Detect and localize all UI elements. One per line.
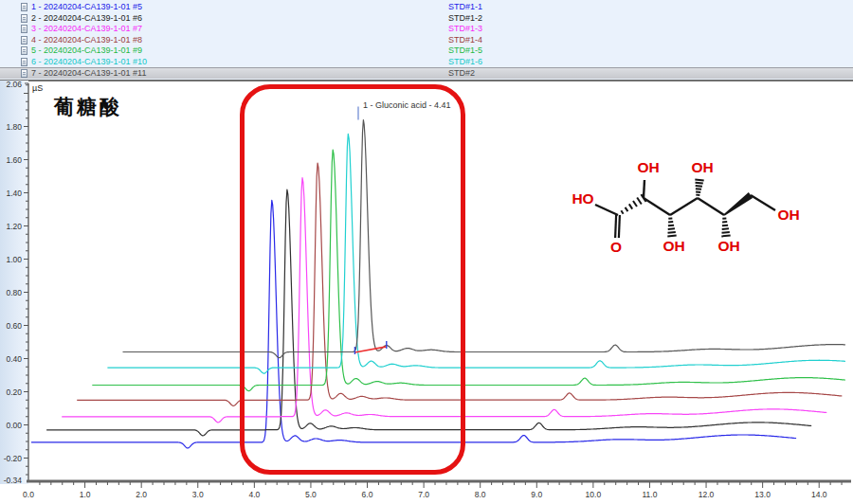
y-tick-label: 0.40 (6, 354, 22, 364)
hash-wedge-dash (722, 225, 728, 226)
bond-line (595, 205, 618, 215)
legend-sample-name: 6 - 20240204-CA139-1-01 #10 (31, 57, 147, 67)
x-tick-label: 11.0 (643, 490, 658, 499)
double-bond-line (619, 215, 620, 238)
legend-row[interactable]: 5 - 20240204-CA139-1-01 #9STD#1-5 (0, 45, 853, 56)
bond-line (644, 180, 644, 198)
legend-sample-name: 2 - 20240204-CA139-1-01 #6 (31, 13, 142, 24)
legend-sample-name: 1 - 20240204-CA139-1-01 #5 (31, 2, 142, 12)
x-tick-label: 1.0 (80, 490, 91, 499)
hash-wedge-dash (621, 210, 623, 213)
x-tick-label: 9.0 (531, 490, 542, 499)
legend-standard-name: STD#1-2 (448, 13, 482, 24)
chromatogram-file-icon (21, 36, 27, 45)
hash-wedge-dash (721, 236, 730, 237)
hash-wedge-dash (696, 186, 702, 187)
hash-wedge-dash (695, 180, 703, 181)
hash-wedge-dash (696, 189, 701, 189)
chromatogram-file-icon (21, 46, 27, 55)
hash-wedge-dash (629, 204, 632, 208)
legend-band: 1 - 20240204-CA139-1-01 #5STD#1-12 - 202… (0, 0, 853, 81)
legend-sample-name: 3 - 20240204-CA139-1-01 #7 (31, 24, 142, 34)
chromatogram-file-icon (21, 58, 27, 66)
x-tick-label: 10.0 (586, 490, 602, 499)
y-tick-label: -0.20 (4, 454, 23, 463)
y-tick-label: 1.00 (6, 255, 22, 264)
bond-line (751, 195, 775, 210)
x-tick-label: 0.0 (23, 490, 34, 499)
atom-label: OH (777, 207, 799, 223)
y-tick-label: 0.60 (6, 321, 22, 331)
legend-row[interactable]: 4 - 20240204-CA139-1-01 #8STD#1-4 (0, 35, 853, 45)
legend-standard-name: STD#1-1 (448, 2, 482, 12)
atom-label: HO (572, 190, 593, 207)
legend-standard-name: STD#1-4 (448, 35, 482, 45)
atom-label: OH (717, 238, 739, 254)
x-tick-label: 3.0 (192, 490, 204, 499)
chromatogram-file-icon (21, 69, 27, 78)
legend-standard-name: STD#1-5 (448, 45, 482, 56)
x-tick-label: 8.0 (475, 490, 486, 499)
y-axis-unit-label: µS (32, 83, 43, 93)
y-extreme-label: 2.06 (6, 81, 22, 89)
chromatogram-file-icon (21, 14, 27, 23)
chromatogram-file-icon (21, 3, 27, 11)
hash-wedge-dash (722, 232, 730, 233)
hash-wedge-dash (668, 228, 675, 229)
x-tick-label: 7.0 (418, 490, 429, 499)
bond-line (644, 198, 670, 215)
y-tick-label: 0.80 (6, 288, 22, 297)
y-tick-label: 1.40 (6, 189, 22, 198)
y-tick-label: 1.80 (6, 122, 22, 132)
atom-label: OH (662, 238, 684, 254)
solid-wedge-bond (724, 192, 753, 216)
legend-row[interactable]: 6 - 20240204-CA139-1-01 #10STD#1-6 (0, 57, 853, 67)
y-tick-label: 0.00 (6, 421, 22, 430)
bond-line (698, 198, 724, 215)
hash-wedge-dash (722, 228, 729, 229)
red-highlight-annotation (240, 84, 465, 475)
legend-standard-name: STD#1-3 (448, 24, 482, 34)
chart-title: 葡糖酸 (54, 94, 122, 120)
legend-row[interactable]: 1 - 20240204-CA139-1-01 #5STD#1-1 (0, 2, 853, 12)
bond-line (670, 198, 698, 215)
x-tick-label: 6.0 (362, 490, 373, 499)
hash-wedge-dash (668, 225, 674, 226)
atom-label: O (610, 239, 622, 255)
atom-label: OH (691, 159, 713, 175)
hash-wedge-dash (667, 236, 676, 237)
legend-standard-name: STD#2 (448, 68, 475, 79)
legend-row[interactable]: 2 - 20240204-CA139-1-01 #6STD#1-2 (0, 13, 853, 24)
x-tick-label: 4.0 (248, 490, 260, 499)
double-bond-line (615, 215, 616, 238)
legend-sample-name: 7 - 20240204-CA139-1-01 #11 (31, 68, 146, 79)
x-tick-label: 13.0 (754, 490, 771, 499)
y-tick-label: 1.20 (6, 222, 22, 231)
y-extreme-label: -0.34 (4, 476, 23, 485)
y-tick-label: 0.20 (6, 387, 22, 397)
gluconic-acid-structure: HOOOHOHOHOHOH (559, 140, 853, 268)
legend-sample-name: 4 - 20240204-CA139-1-01 #8 (31, 35, 142, 45)
chromatography-window: 1 - 20240204-CA139-1-01 #5STD#1-12 - 202… (0, 0, 853, 504)
legend-sample-name: 5 - 20240204-CA139-1-01 #9 (31, 45, 142, 56)
x-tick-label: 5.0 (305, 490, 317, 499)
atom-label: OH (637, 159, 659, 175)
x-tick-label: 14.0 (811, 490, 827, 499)
hash-wedge-dash (633, 201, 637, 207)
x-tick-label: 12.0 (699, 490, 715, 499)
chromatogram-file-icon (21, 25, 27, 33)
legend-standard-name: STD#1-6 (448, 57, 482, 67)
hash-wedge-dash (696, 183, 703, 184)
hash-wedge-dash (668, 232, 676, 233)
hash-wedge-dash (696, 191, 700, 192)
hash-wedge-dash (626, 207, 628, 211)
legend-row[interactable]: 7 - 20240204-CA139-1-01 #11STD#2 (0, 67, 853, 79)
x-tick-label: 2.0 (136, 490, 147, 499)
hash-wedge-dash (637, 198, 642, 205)
y-tick-label: 1.60 (6, 155, 22, 165)
legend-row[interactable]: 3 - 20240204-CA139-1-01 #7STD#1-3 (0, 24, 853, 34)
